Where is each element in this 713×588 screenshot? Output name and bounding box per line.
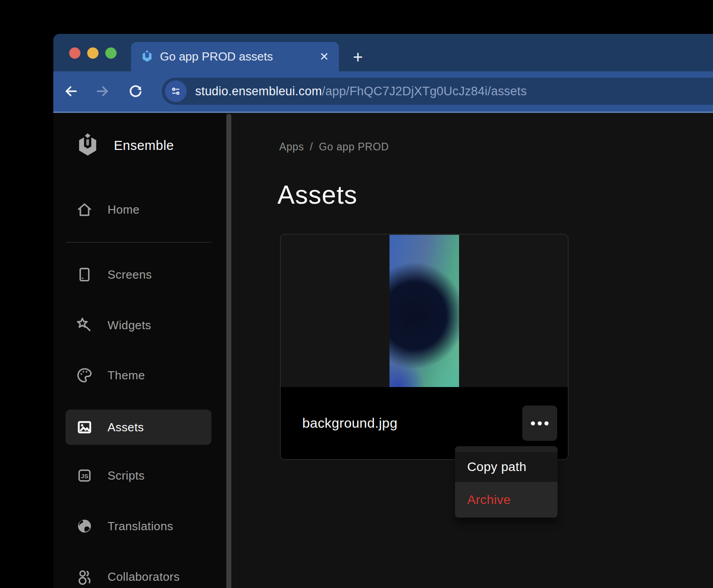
ensemble-logo-icon [76, 133, 99, 158]
window-maximize-button[interactable] [105, 47, 117, 59]
page-title: Assets [277, 180, 357, 210]
sidebar-item-screens[interactable]: Screens [76, 262, 219, 287]
main-content: Apps / Go app PROD Assets background.jpg… [231, 113, 713, 588]
assets-icon [76, 419, 93, 436]
sidebar-item-scripts[interactable]: JS Scripts [76, 463, 219, 488]
tab-close-icon[interactable]: ✕ [319, 51, 329, 62]
ensemble-favicon-icon [141, 50, 153, 64]
forward-button[interactable] [93, 81, 113, 101]
sidebar-item-translations[interactable]: Translations [76, 513, 219, 539]
asset-card[interactable]: background.jpg [280, 234, 568, 460]
menu-item-archive[interactable]: Archive [455, 482, 558, 518]
sidebar: Ensemble Home Screens [53, 113, 226, 588]
asset-context-menu: Copy path Archive [455, 446, 558, 518]
widgets-icon [76, 317, 93, 334]
reload-icon [127, 83, 144, 99]
new-tab-button[interactable]: + [343, 44, 372, 70]
sidebar-scrollbar[interactable] [226, 114, 231, 588]
home-icon [76, 201, 93, 218]
sidebar-item-assets[interactable]: Assets [76, 415, 219, 440]
more-options-button[interactable] [522, 406, 557, 441]
window-close-button[interactable] [69, 47, 80, 59]
window-minimize-button[interactable] [87, 47, 99, 59]
sidebar-item-home[interactable]: Home [76, 197, 219, 222]
browser-tab[interactable]: Go app PROD assets ✕ [131, 42, 339, 71]
window-controls [69, 47, 117, 59]
site-settings-button[interactable] [165, 80, 187, 102]
asset-filename: background.jpg [302, 415, 398, 431]
sidebar-divider [66, 242, 211, 243]
asset-thumbnail[interactable] [389, 235, 459, 387]
breadcrumb-apps[interactable]: Apps [279, 141, 304, 153]
url-host: studio.ensembleui.com [195, 84, 322, 98]
url-path: /app/FhQC7J2DjXTg0UcJz84i/assets [322, 84, 527, 98]
tab-title: Go app PROD assets [160, 50, 273, 64]
address-bar[interactable]: studio.ensembleui.com/app/FhQC7J2DjXTg0U… [162, 78, 713, 105]
breadcrumb-app-name[interactable]: Go app PROD [319, 141, 389, 153]
sidebar-item-theme[interactable]: Theme [76, 363, 219, 388]
screens-icon [76, 266, 93, 283]
back-button[interactable] [61, 81, 81, 101]
forward-arrow-icon [94, 83, 111, 99]
more-options-icon [531, 421, 535, 425]
app-area: Ensemble Home Screens [53, 113, 713, 588]
url-text: studio.ensembleui.com/app/FhQC7J2DjXTg0U… [195, 84, 527, 98]
reload-button[interactable] [126, 81, 145, 101]
svg-text:JS: JS [81, 473, 88, 480]
theme-icon [76, 367, 93, 384]
tune-icon [170, 85, 182, 97]
menu-item-copy-path[interactable]: Copy path [455, 452, 558, 482]
scripts-icon: JS [76, 467, 93, 484]
back-arrow-icon [63, 83, 79, 99]
sidebar-item-widgets[interactable]: Widgets [76, 313, 219, 338]
collaborators-icon [76, 568, 93, 585]
brand-name: Ensemble [114, 138, 174, 153]
brand-header[interactable]: Ensemble [76, 133, 219, 158]
breadcrumb-separator: / [310, 141, 313, 153]
tab-strip: Go app PROD assets ✕ + [53, 34, 713, 71]
sidebar-item-collaborators[interactable]: Collaborators [76, 564, 219, 588]
browser-window: Go app PROD assets ✕ + [53, 34, 713, 588]
browser-toolbar: studio.ensembleui.com/app/FhQC7J2DjXTg0U… [53, 71, 713, 113]
breadcrumb: Apps / Go app PROD [279, 141, 389, 153]
translations-icon [76, 518, 93, 535]
